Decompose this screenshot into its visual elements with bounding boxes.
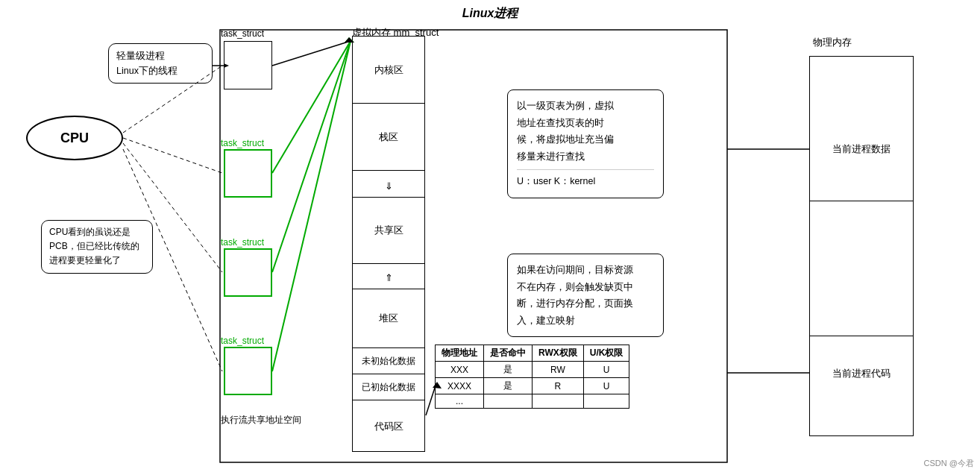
vmem-arrow-down: ⇓ — [353, 174, 424, 197]
bubble-bottom-line1: CPU看到的虽说还是 — [49, 225, 145, 239]
task-struct-box-3 — [224, 248, 272, 297]
vmem-box: 内核区 栈区 ⇓ 共享区 ⇑ 堆区 未初始化数据 已初始化数据 代码区 — [352, 36, 425, 452]
page-table-r0c1: 是 — [484, 362, 533, 378]
info-box-2-line1: 如果在访问期间，目标资源 — [517, 262, 654, 279]
page-table-r2c2 — [533, 394, 584, 409]
cpu-ellipse: CPU — [26, 116, 123, 160]
page-table-r2c1 — [484, 394, 533, 409]
info-box-1-line1: 以一级页表为例，虚拟 — [517, 98, 654, 115]
svg-line-2 — [123, 138, 222, 173]
page-table-r0c2: RW — [533, 362, 584, 378]
page-table-header-1: 是否命中 — [484, 345, 533, 362]
vmem-stack-label: 栈区 — [379, 130, 398, 144]
bubble-top-line2: Linux下的线程 — [116, 63, 204, 78]
vmem-stack: 栈区 — [353, 104, 424, 171]
vmem-bss: 未初始化数据 — [353, 348, 424, 374]
page-table-header-2: RWX权限 — [533, 345, 584, 362]
info-box-1-line4: 移量来进行查找 — [517, 148, 654, 166]
task-struct-label-1: task_struct — [221, 28, 264, 39]
task-struct-box-4 — [224, 347, 272, 395]
page-table-r1c2: R — [533, 378, 584, 394]
task-struct-label-4: task_struct — [221, 336, 264, 346]
bubble-top: 轻量级进程 Linux下的线程 — [108, 43, 213, 84]
vmem-heap-label: 堆区 — [379, 312, 398, 325]
vmem-kernel-label: 内核区 — [374, 63, 403, 77]
svg-line-7 — [272, 41, 351, 173]
page-title: Linux进程 — [462, 6, 518, 22]
info-box-1-line2: 地址在查找页表的时 — [517, 115, 654, 132]
task-struct-box-1 — [224, 41, 272, 89]
bubble-bottom-line3: 进程要更轻量化了 — [49, 254, 145, 268]
page-table-r1c3: U — [583, 378, 629, 394]
phys-mem-code: 当前进程代码 — [809, 336, 914, 410]
svg-line-9 — [272, 41, 351, 371]
vmem-shared: 共享区 — [353, 197, 424, 264]
vmem-heap: 堆区 — [353, 289, 424, 348]
svg-line-13 — [426, 388, 435, 415]
bubble-bottom-line2: PCB，但已经比传统的 — [49, 239, 145, 254]
vmem-data-label: 已初始化数据 — [362, 382, 415, 393]
page-table-r2c3 — [583, 394, 629, 409]
shared-label: 执行流共享地址空间 — [221, 414, 301, 427]
page-table-r0c0: XXX — [436, 362, 484, 378]
vmem-shared-label: 共享区 — [374, 224, 403, 237]
svg-line-11 — [272, 41, 351, 66]
vmem-arrow-up: ⇑ — [353, 266, 424, 289]
main-container: Linux进程 CPU 轻量级进程 Linux下的线程 CPU看到的虽说还是 P… — [0, 0, 980, 475]
bubble-bottom: CPU看到的虽说还是 PCB，但已经比传统的 进程要更轻量化了 — [41, 220, 153, 274]
page-table-header-3: U/K权限 — [583, 345, 629, 362]
bubble-top-line1: 轻量级进程 — [116, 48, 204, 63]
vmem-bss-label: 未初始化数据 — [362, 356, 415, 367]
page-table-header-0: 物理地址 — [436, 345, 484, 362]
info-box-2-line2: 不在内存，则会触发缺页中 — [517, 279, 654, 296]
vmem-code: 代码区 — [353, 400, 424, 453]
phys-mem-title: 物理内存 — [813, 36, 852, 49]
task-struct-box-2 — [224, 149, 272, 198]
page-table-r1c1: 是 — [484, 378, 533, 394]
page-table: 物理地址 是否命中 RWX权限 U/K权限 XXX 是 RW U XXXX 是 … — [435, 345, 629, 409]
info-box-2-line3: 断，进行内存分配，页面换 — [517, 295, 654, 312]
cpu-label: CPU — [60, 130, 89, 146]
info-box-2-line4: 入，建立映射 — [517, 312, 654, 330]
page-table-r0c3: U — [583, 362, 629, 378]
vmem-code-label: 代码区 — [374, 420, 403, 433]
vmem-data: 已初始化数据 — [353, 374, 424, 400]
vmem-kernel: 内核区 — [353, 37, 424, 104]
svg-line-8 — [272, 41, 351, 272]
info-box-1-line3: 候，将虚拟地址充当偏 — [517, 131, 654, 148]
watermark: CSDN @今君 — [924, 458, 974, 469]
task-struct-label-2: task_struct — [221, 138, 264, 148]
page-table-r2c0: ... — [436, 394, 484, 409]
phys-mem-data: 当前进程数据 — [809, 97, 914, 201]
info-box-1: 以一级页表为例，虚拟 地址在查找页表的时 候，将虚拟地址充当偏 移量来进行查找 … — [507, 89, 664, 198]
info-box-2: 如果在访问期间，目标资源 不在内存，则会触发缺页中 断，进行内存分配，页面换 入… — [507, 254, 664, 337]
task-struct-label-3: task_struct — [221, 237, 264, 248]
page-table-r1c0: XXXX — [436, 378, 484, 394]
info-box-1-line5: U：user K：kernel — [517, 169, 654, 190]
